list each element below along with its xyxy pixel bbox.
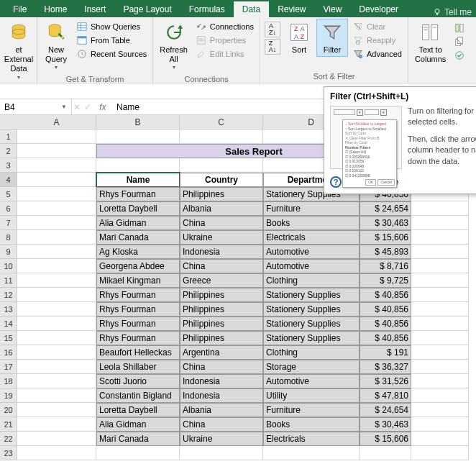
remove-duplicates-button[interactable]: [451, 35, 468, 48]
cell[interactable]: [411, 345, 469, 360]
cell[interactable]: Philippines: [180, 288, 263, 302]
cell[interactable]: [17, 273, 96, 288]
cell[interactable]: Albania: [180, 201, 263, 216]
cell[interactable]: Storage: [263, 360, 360, 374]
select-all-corner[interactable]: [0, 115, 17, 129]
cell[interactable]: [411, 432, 469, 446]
cell[interactable]: Leola Shillaber: [96, 360, 180, 374]
cell[interactable]: Stationery Supplies: [263, 288, 360, 302]
row-header[interactable]: 3: [0, 158, 17, 173]
cell[interactable]: $ 45,893: [360, 245, 411, 259]
cell[interactable]: $ 40,856: [360, 331, 411, 345]
cell[interactable]: Scotti Juorio: [96, 374, 180, 388]
cell[interactable]: [17, 403, 96, 417]
cell[interactable]: Rhys Fourman: [96, 302, 180, 317]
cell[interactable]: Books: [263, 417, 360, 432]
cell[interactable]: Rhys Fourman: [96, 331, 180, 345]
cell[interactable]: Argentina: [180, 345, 263, 360]
cell[interactable]: [411, 331, 469, 345]
show-queries-button[interactable]: Show Queries: [73, 20, 150, 33]
from-table-button[interactable]: From Table: [73, 34, 150, 47]
cell[interactable]: [411, 245, 469, 259]
cell[interactable]: Alia Gidman: [96, 216, 180, 230]
get-external-data-button[interactable]: et External Data ▾: [3, 19, 35, 83]
row-header[interactable]: 5: [0, 187, 17, 201]
cell[interactable]: [263, 446, 360, 460]
cell[interactable]: [411, 417, 469, 432]
cell[interactable]: Loretta Daybell: [96, 201, 180, 216]
row-header[interactable]: 16: [0, 345, 17, 360]
row-header[interactable]: 23: [0, 446, 17, 460]
cell[interactable]: Automotive: [263, 245, 360, 259]
cell[interactable]: [411, 374, 469, 388]
row-header[interactable]: 4: [0, 173, 17, 187]
tab-formulas[interactable]: Formulas: [180, 1, 234, 17]
connections-button[interactable]: Connections: [193, 20, 257, 33]
advanced-button[interactable]: Advanced: [349, 47, 405, 60]
cell[interactable]: Mikael Kingman: [96, 273, 180, 288]
row-header[interactable]: 13: [0, 302, 17, 317]
col-header-c[interactable]: C: [180, 115, 263, 129]
cell[interactable]: Rhys Fourman: [96, 317, 180, 331]
cell[interactable]: China: [180, 360, 263, 374]
cell[interactable]: Name: [96, 173, 180, 187]
col-header-b[interactable]: B: [96, 115, 180, 129]
tab-file[interactable]: File: [4, 1, 35, 17]
cell[interactable]: China: [180, 216, 263, 230]
tab-data[interactable]: Data: [234, 1, 269, 17]
cell[interactable]: [17, 216, 96, 230]
cell[interactable]: [411, 288, 469, 302]
cell[interactable]: Constantin Bigland: [96, 388, 180, 403]
cell[interactable]: [17, 173, 96, 187]
refresh-all-button[interactable]: Refresh All ▾: [156, 19, 191, 73]
cell[interactable]: [411, 388, 469, 403]
row-header[interactable]: 11: [0, 273, 17, 288]
cell[interactable]: Indonesia: [180, 388, 263, 403]
tab-review[interactable]: Review: [269, 1, 314, 17]
col-header-a[interactable]: A: [17, 115, 96, 129]
cell[interactable]: [17, 158, 96, 173]
new-query-button[interactable]: New Query ▾: [40, 19, 72, 73]
cell[interactable]: [17, 259, 96, 273]
name-box[interactable]: B4 ▼: [0, 99, 72, 114]
cell[interactable]: Ukraine: [180, 432, 263, 446]
cell[interactable]: [17, 374, 96, 388]
row-header[interactable]: 12: [0, 288, 17, 302]
cell[interactable]: [180, 446, 263, 460]
row-header[interactable]: 17: [0, 360, 17, 374]
properties-button[interactable]: Properties: [193, 34, 257, 47]
cell[interactable]: $ 15,606: [360, 230, 411, 245]
cell[interactable]: [411, 273, 469, 288]
cell[interactable]: [96, 158, 180, 173]
tab-developer[interactable]: Developer: [350, 1, 407, 17]
cell[interactable]: Furniture: [263, 403, 360, 417]
cell[interactable]: $ 40,856: [360, 317, 411, 331]
cell[interactable]: Furniture: [263, 201, 360, 216]
row-header[interactable]: 20: [0, 403, 17, 417]
row-header[interactable]: 21: [0, 417, 17, 432]
cell[interactable]: $ 24,654: [360, 403, 411, 417]
row-header[interactable]: 18: [0, 374, 17, 388]
cell[interactable]: Books: [263, 216, 360, 230]
cell[interactable]: [411, 403, 469, 417]
cell[interactable]: Country: [180, 173, 263, 187]
cell[interactable]: $ 8,716: [360, 259, 411, 273]
text-to-columns-button[interactable]: Text to Columns: [411, 19, 449, 66]
cell[interactable]: Electricals: [263, 230, 360, 245]
cell[interactable]: $ 9,725: [360, 273, 411, 288]
tab-view[interactable]: View: [315, 1, 351, 17]
cell[interactable]: $ 30,463: [360, 417, 411, 432]
cell[interactable]: [17, 317, 96, 331]
cell[interactable]: Clothing: [263, 273, 360, 288]
cell[interactable]: [17, 388, 96, 403]
sort-az-button[interactable]: AZ↓: [265, 22, 280, 37]
cell[interactable]: Electricals: [263, 432, 360, 446]
edit-links-button[interactable]: Edit Links: [193, 47, 257, 60]
cell[interactable]: Rhys Fourman: [96, 288, 180, 302]
cell[interactable]: $ 36,327: [360, 360, 411, 374]
row-header[interactable]: 7: [0, 216, 17, 230]
cell[interactable]: [411, 216, 469, 230]
cell[interactable]: Beaufort Helleckas: [96, 345, 180, 360]
cell[interactable]: $ 40,856: [360, 302, 411, 317]
cell[interactable]: Philippines: [180, 187, 263, 201]
